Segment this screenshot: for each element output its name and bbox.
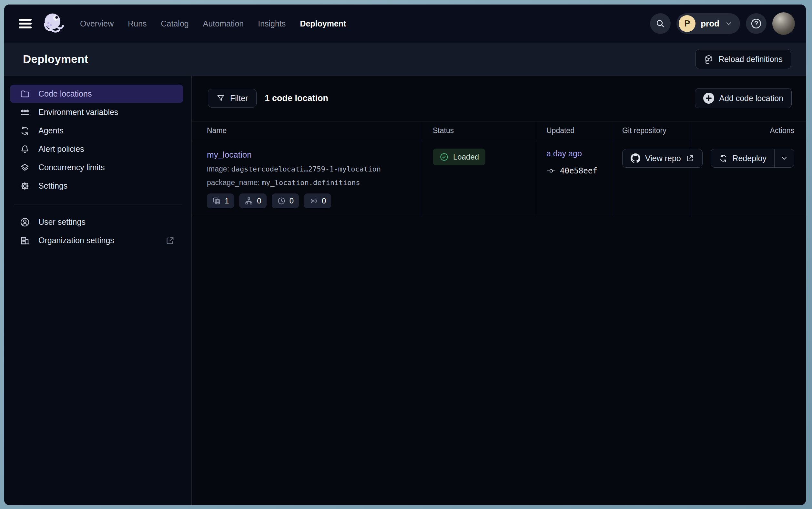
sidebar-item-concurrency-limits[interactable]: Concurrency limits <box>10 158 183 177</box>
add-code-location-button[interactable]: Add code location <box>695 88 792 108</box>
github-icon <box>631 154 640 163</box>
nav-item-runs[interactable]: Runs <box>128 19 147 28</box>
sidebar-item-label: Agents <box>38 126 64 135</box>
nav-item-deployment[interactable]: Deployment <box>300 19 346 28</box>
search-button[interactable] <box>650 13 671 34</box>
column-header-git-repository: Git repository <box>614 122 691 140</box>
page-title: Deployment <box>23 53 88 66</box>
schedules-count-badge: 0 <box>272 194 299 208</box>
nav-item-automation[interactable]: Automation <box>203 19 244 28</box>
sensors-count-badge: 0 <box>304 194 331 208</box>
dagster-logo-icon[interactable] <box>41 12 65 36</box>
name-cell: my_location image: dagstercodelocati…275… <box>192 140 421 217</box>
gear-icon <box>20 181 30 191</box>
sensors-count: 0 <box>322 196 326 205</box>
nav-item-insights[interactable]: Insights <box>258 19 286 28</box>
chevron-down-icon <box>725 20 733 28</box>
filter-label: Filter <box>230 94 248 103</box>
add-code-location-label: Add code location <box>719 94 783 103</box>
primary-nav: Overview Runs Catalog Automation Insight… <box>80 19 346 28</box>
sidebar-item-environment-variables[interactable]: Environment variables <box>10 103 183 122</box>
redeploy-menu-button[interactable] <box>775 149 794 167</box>
schedules-count: 0 <box>290 196 294 205</box>
help-icon <box>750 18 762 29</box>
column-header-actions: Actions <box>691 122 806 140</box>
status-badge: Loaded <box>433 148 485 165</box>
environment-avatar: P <box>679 15 696 32</box>
deployment-sidebar: Code locations Environment variables <box>4 76 192 505</box>
building-icon <box>20 235 30 246</box>
nav-item-overview[interactable]: Overview <box>80 19 114 28</box>
job-graph-icon <box>244 196 253 205</box>
sidebar-divider <box>14 204 182 204</box>
sidebar-item-label: Alert policies <box>38 144 84 154</box>
column-header-name: Name <box>192 122 421 140</box>
sidebar-item-alert-policies[interactable]: Alert policies <box>10 140 183 158</box>
bell-icon <box>20 144 30 155</box>
refresh-icon <box>20 126 30 136</box>
image-label: image: <box>207 165 229 173</box>
table-row: my_location image: dagstercodelocati…275… <box>192 140 806 217</box>
menu-icon[interactable] <box>19 19 32 28</box>
assets-icon <box>212 196 221 205</box>
search-icon <box>655 19 665 29</box>
app-window: Overview Runs Catalog Automation Insight… <box>4 4 806 505</box>
reload-cube-icon <box>704 54 713 64</box>
image-value: dagstercodelocati…2759-1-mylocation <box>231 165 381 173</box>
commit-row: 40e58eef <box>546 166 614 176</box>
status-cell: Loaded <box>421 140 537 217</box>
redeploy-button[interactable]: Redeploy <box>711 149 775 167</box>
sensor-icon <box>309 196 318 205</box>
help-button[interactable] <box>746 13 767 34</box>
clock-icon <box>277 196 286 205</box>
status-label: Loaded <box>453 152 479 162</box>
external-link-icon <box>165 236 175 245</box>
environment-name: prod <box>701 19 719 29</box>
sidebar-item-label: Environment variables <box>38 107 118 117</box>
reload-definitions-button[interactable]: Reload definitions <box>696 49 791 69</box>
package-value: my_location.definitions <box>262 179 360 187</box>
chevron-down-icon <box>780 154 788 163</box>
filter-button[interactable]: Filter <box>208 89 257 107</box>
filter-icon <box>216 94 225 103</box>
env-vars-icon <box>20 107 30 117</box>
sidebar-item-code-locations[interactable]: Code locations <box>10 84 183 103</box>
assets-count: 1 <box>225 196 229 205</box>
view-repo-button[interactable]: View repo <box>622 149 703 168</box>
reload-definitions-label: Reload definitions <box>718 55 783 64</box>
redeploy-label: Redeploy <box>732 154 767 163</box>
git-commit-icon <box>546 166 556 176</box>
updated-time-link[interactable]: a day ago <box>546 149 582 158</box>
code-locations-table: Name Status Updated Git repository Actio… <box>192 121 806 217</box>
package-line: package_name: my_location.definitions <box>207 178 421 187</box>
table-header-row: Name Status Updated Git repository Actio… <box>192 121 806 140</box>
view-repo-label: View repo <box>645 154 681 163</box>
sidebar-item-label: Code locations <box>38 89 91 99</box>
sidebar-item-label: Settings <box>38 181 68 191</box>
code-location-name-link[interactable]: my_location <box>207 150 252 160</box>
redeploy-split-button: Redeploy <box>711 149 794 168</box>
sidebar-item-settings[interactable]: Settings <box>10 177 183 195</box>
redeploy-refresh-icon <box>719 154 728 163</box>
sidebar-item-user-settings[interactable]: User settings <box>10 213 183 231</box>
updated-cell: a day ago 40e58eef <box>537 140 614 217</box>
sidebar-item-organization-settings[interactable]: Organization settings <box>10 231 183 250</box>
package-label: package_name: <box>207 178 260 187</box>
code-locations-toolbar: Filter 1 code location Add code location <box>192 88 806 108</box>
jobs-count-badge: 0 <box>239 194 266 208</box>
user-avatar[interactable] <box>772 12 795 35</box>
user-circle-icon <box>20 217 30 227</box>
actions-cell: Redeploy <box>691 140 806 217</box>
code-locations-panel: Filter 1 code location Add code location… <box>192 76 806 505</box>
column-header-status: Status <box>421 122 537 140</box>
nav-item-catalog[interactable]: Catalog <box>161 19 189 28</box>
image-line: image: dagstercodelocati…2759-1-mylocati… <box>207 165 421 173</box>
top-nav-right: P prod <box>650 12 795 35</box>
sidebar-item-label: User settings <box>38 217 85 227</box>
environment-switcher[interactable]: P prod <box>676 13 740 34</box>
code-location-count: 1 code location <box>265 93 329 103</box>
definition-count-badges: 1 <box>207 194 421 208</box>
plus-circle-icon <box>703 93 714 104</box>
sidebar-item-agents[interactable]: Agents <box>10 122 183 140</box>
assets-count-badge: 1 <box>207 194 234 208</box>
